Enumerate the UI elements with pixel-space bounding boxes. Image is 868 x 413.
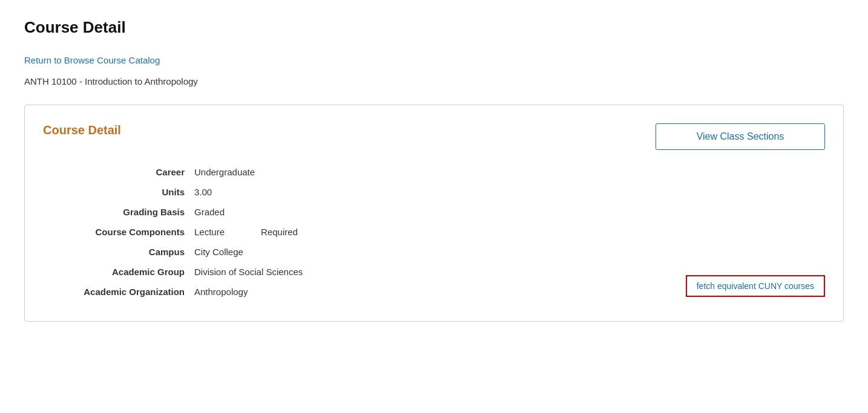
course-components-value: Lecture Required (194, 227, 607, 237)
fetch-equivalent-cuny-courses-button[interactable]: fetch equivalent CUNY courses (686, 275, 825, 297)
course-detail-card: Course Detail View Class Sections Career… (24, 105, 844, 322)
detail-grid: Career Undergraduate Units 3.00 Grading … (43, 167, 607, 297)
grading-basis-value: Graded (194, 207, 607, 217)
academic-org-label: Academic Organization (43, 287, 194, 297)
units-value: 3.00 (194, 187, 607, 197)
view-class-sections-button[interactable]: View Class Sections (656, 123, 825, 150)
back-link[interactable]: Return to Browse Course Catalog (24, 55, 160, 65)
campus-label: Campus (43, 247, 194, 257)
course-components-req: Required (261, 227, 298, 237)
grading-basis-label: Grading Basis (43, 207, 194, 217)
academic-group-value: Division of Social Sciences (194, 267, 607, 277)
detail-section: Career Undergraduate Units 3.00 Grading … (43, 167, 825, 297)
card-header: Course Detail View Class Sections (43, 123, 825, 150)
card-title: Course Detail (43, 123, 121, 137)
academic-group-label: Academic Group (43, 267, 194, 277)
action-area: fetch equivalent CUNY courses (631, 167, 825, 297)
course-components-label: Course Components (43, 227, 194, 237)
career-label: Career (43, 167, 194, 177)
units-label: Units (43, 187, 194, 197)
academic-org-value: Anthropology (194, 287, 607, 297)
page-title: Course Detail (24, 18, 844, 37)
course-id: ANTH 10100 - Introduction to Anthropolog… (24, 76, 844, 86)
campus-value: City College (194, 247, 607, 257)
course-components-type: Lecture (194, 227, 225, 237)
detail-fields: Career Undergraduate Units 3.00 Grading … (43, 167, 607, 297)
career-value: Undergraduate (194, 167, 607, 177)
